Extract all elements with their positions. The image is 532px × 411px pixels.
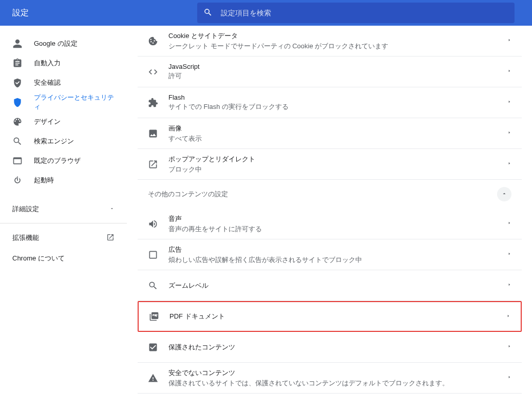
setting-row-volume[interactable]: 音声音声の再生をサイトに許可する [138,209,522,239]
extensions-label: 拡張機能 [12,233,39,242]
sidebar-item-person[interactable]: Google の設定 [0,34,127,53]
shield-icon [12,97,23,107]
layout: Google の設定自動入力安全確認プライバシーとセキュリティデザイン検索エンジ… [0,26,532,411]
sidebar-item-label: 自動入力 [34,59,61,68]
row-title: 広告 [168,245,507,254]
chevron-right-icon [507,99,511,106]
chevron-up-icon [501,191,507,198]
row-title: ポップアップとリダイレクト [168,155,507,164]
setting-row-pdf[interactable]: PDF ドキュメント [138,301,522,332]
person-icon [12,39,23,49]
chevron-right-icon [507,343,511,351]
sidebar-item-label: 起動時 [34,176,54,185]
main-content: Cookie とサイトデータシークレット モードでサードパーティの Cookie… [127,26,532,411]
sidebar-item-search[interactable]: 検索エンジン [0,132,127,151]
section-header: その他のコンテンツの設定 [138,180,522,209]
chevron-right-icon [507,251,511,258]
row-title: 画像 [168,124,507,133]
cookie-icon [148,36,158,46]
section-title: その他のコンテンツの設定 [148,190,228,199]
row-subtitle: シークレット モードでサードパーティの Cookie がブロックされています [168,42,507,51]
row-subtitle: 保護されているサイトでは、保護されていないコンテンツはデフォルトでブロックされま… [168,379,507,388]
row-body: ポップアップとリダイレクトブロック中 [168,155,507,174]
advanced-label: 詳細設定 [12,204,39,214]
row-title: PDF ドキュメント [169,312,506,321]
image-icon [148,128,158,139]
sidebar-item-palette[interactable]: デザイン [0,112,127,132]
row-title: JavaScript [168,63,507,70]
setting-row-search[interactable]: ズームレベル [138,270,522,301]
about-label: Chrome について [12,254,65,263]
row-subtitle: 音声の再生をサイトに許可する [168,225,507,234]
setting-row-image[interactable]: 画像すべて表示 [138,118,522,149]
row-title: 安全でないコンテンツ [168,368,507,378]
open-external-icon [106,233,115,243]
sidebar-item-label: Google の設定 [34,39,78,48]
row-body: PDF ドキュメント [169,312,506,321]
search-icon [148,281,158,291]
sidebar-item-power[interactable]: 起動時 [0,171,127,190]
popup-icon [148,159,158,170]
row-body: 音声音声の再生をサイトに許可する [168,214,507,234]
sidebar-item-label: 既定のブラウザ [34,156,81,165]
row-body: 保護されたコンテンツ [168,343,507,352]
row-body: 画像すべて表示 [168,124,507,143]
divider [0,223,127,223]
search-icon [203,8,221,18]
setting-row-protected[interactable]: 保護されたコンテンツ [138,332,522,363]
row-body: 安全でないコンテンツ保護されているサイトでは、保護されていないコンテンツはデフォ… [168,368,507,388]
chevron-right-icon [507,220,511,228]
row-body: 広告煩わしい広告や誤解を招く広告が表示されるサイトでブロック中 [168,245,507,265]
sidebar-item-label: 安全確認 [34,78,61,87]
row-title: Cookie とサイトデータ [168,31,507,41]
clipboard-icon [12,58,23,68]
header: 設定 [0,0,532,26]
row-title: 保護されたコンテンツ [168,343,507,352]
about-link[interactable]: Chrome について [0,248,127,269]
chevron-right-icon [507,37,511,45]
power-icon [12,175,23,185]
setting-row-code[interactable]: JavaScript許可 [138,57,522,87]
row-body: ズームレベル [168,281,507,290]
row-subtitle: サイトでの Flash の実行をブロックする [168,102,507,111]
shield-check-icon [12,78,23,88]
header-title: 設定 [12,8,197,18]
sidebar-item-label: デザイン [34,117,61,126]
volume-icon [148,219,158,229]
frame-icon [148,250,158,260]
setting-row-frame[interactable]: 広告煩わしい広告や誤解を招く広告が表示されるサイトでブロック中 [138,239,522,270]
row-body: Cookie とサイトデータシークレット モードでサードパーティの Cookie… [168,31,507,51]
row-title: 音声 [168,214,507,223]
chevron-right-icon [507,282,511,289]
sidebar-item-clipboard[interactable]: 自動入力 [0,53,127,73]
chevron-right-icon [507,129,511,137]
sidebar-item-label: プライバシーとセキュリティ [34,93,115,111]
row-title: Flash [168,94,507,101]
sidebar-item-shield-check[interactable]: 安全確認 [0,73,127,92]
search-wrap[interactable] [197,3,515,23]
sidebar-item-browser[interactable]: 既定のブラウザ [0,151,127,171]
chevron-right-icon [507,374,511,382]
chevron-right-icon [507,160,511,168]
collapse-button[interactable] [497,187,511,201]
setting-row-puzzle[interactable]: Flashサイトでの Flash の実行をブロックする [138,87,522,118]
warning-icon [148,373,158,383]
chevron-right-icon [506,313,510,321]
sidebar-item-shield[interactable]: プライバシーとセキュリティ [0,92,127,112]
sidebar-item-label: 検索エンジン [34,137,74,146]
setting-row-warning[interactable]: 安全でないコンテンツ保護されているサイトでは、保護されていないコンテンツはデフォ… [138,363,522,394]
row-body: Flashサイトでの Flash の実行をブロックする [168,94,507,111]
browser-icon [12,156,23,166]
advanced-toggle[interactable]: 詳細設定 [0,198,127,219]
setting-row-cookie[interactable]: Cookie とサイトデータシークレット モードでサードパーティの Cookie… [138,26,522,57]
setting-row-popup[interactable]: ポップアップとリダイレクトブロック中 [138,149,522,180]
row-subtitle: ブロック中 [168,165,507,174]
protected-icon [148,342,158,352]
search-input[interactable] [221,9,508,17]
search-icon [12,136,23,146]
extensions-link[interactable]: 拡張機能 [0,228,127,248]
code-icon [148,67,158,77]
row-subtitle: 煩わしい広告や誤解を招く広告が表示されるサイトでブロック中 [168,255,507,265]
row-title: ズームレベル [168,281,507,290]
palette-icon [12,117,23,127]
